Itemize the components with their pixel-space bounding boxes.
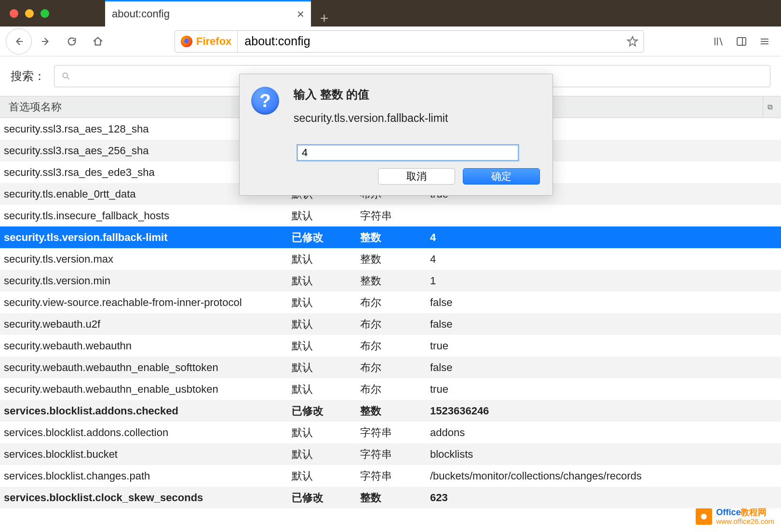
pref-status: 已修改 [292,404,360,418]
pref-type: 字符串 [360,469,430,483]
pref-value: 4 [430,231,781,244]
identity-box[interactable]: Firefox [175,31,238,52]
pref-row[interactable]: services.blocklist.addons.checked已修改整数15… [0,400,781,422]
pref-status: 默认 [292,382,360,397]
watermark-logo-icon [696,508,712,525]
pref-row[interactable]: security.webauth.webauthn_enable_softtok… [0,357,781,378]
back-button[interactable] [6,28,32,54]
sidebar-button[interactable] [731,31,752,52]
dialog-message: security.tls.version.fallback-limit [294,112,541,125]
pref-row[interactable]: security.webauth.u2f默认布尔false [0,313,781,335]
watermark-line1: Office教程网 [716,508,774,518]
dialog-text: 输入 整数 的值 security.tls.version.fallback-l… [294,87,541,125]
forward-button[interactable] [34,29,58,53]
pref-name: services.blocklist.bucket [0,448,292,461]
ok-button[interactable]: 确定 [463,168,540,185]
pref-name: security.webauth.webauthn [0,340,292,352]
pref-value: addons [430,426,781,439]
navigation-toolbar: Firefox [0,27,781,56]
pref-row[interactable]: security.view-source.reachable-from-inne… [0,292,781,313]
pref-row[interactable]: services.blocklist.changes.path默认字符串/buc… [0,465,781,487]
pref-name: security.webauth.u2f [0,318,292,331]
pref-status: 默认 [292,317,360,332]
star-icon [627,36,638,47]
pref-status: 默认 [292,252,360,266]
pref-type: 整数 [360,252,430,266]
minimize-window-button[interactable] [25,9,34,18]
pref-type: 整数 [360,491,430,505]
address-bar[interactable]: Firefox [175,30,644,53]
pref-name: security.view-source.reachable-from-inne… [0,296,292,309]
pref-name: services.blocklist.clock_skew_seconds [0,492,292,504]
tab-strip: about:config × + [105,0,781,27]
pref-row[interactable]: services.blocklist.bucket默认字符串blocklists [0,443,781,465]
pref-value: false [430,318,781,331]
dialog-value-input[interactable] [296,144,519,161]
cancel-button[interactable]: 取消 [378,168,455,185]
toolbar-right [708,31,775,52]
pref-row[interactable]: security.webauth.webauthn_enable_usbtoke… [0,378,781,400]
pref-row[interactable]: security.tls.version.min默认整数1 [0,270,781,292]
pref-status: 默认 [292,469,360,483]
reload-button[interactable] [60,29,84,53]
pref-value: blocklists [430,448,781,461]
pref-value: 623 [430,492,781,504]
pref-status: 默认 [292,426,360,440]
pref-row[interactable]: security.webauth.webauthn默认布尔true [0,335,781,357]
library-icon [713,36,724,47]
pref-row[interactable]: security.tls.version.max默认整数4 [0,248,781,270]
zoom-window-button[interactable] [40,9,49,18]
pref-value: false [430,361,781,374]
pref-status: 默认 [292,295,360,310]
pref-name: services.blocklist.changes.path [0,470,292,482]
pref-value: 1 [430,275,781,287]
tab-title: about:config [112,8,170,20]
pref-row[interactable]: services.blocklist.addons.collection默认字符… [0,422,781,443]
pref-row[interactable]: security.tls.version.fallback-limit已修改整数… [0,226,781,248]
column-picker-icon[interactable]: ⧉ [763,96,777,118]
identity-label: Firefox [196,35,231,48]
arrow-left-icon [13,36,24,47]
pref-type: 布尔 [360,360,430,375]
pref-value: false [430,296,781,309]
close-tab-icon[interactable]: × [297,7,304,22]
bookmark-star-button[interactable] [621,36,644,47]
dialog-buttons: 取消 确定 [240,161,552,195]
window-controls [0,0,105,27]
search-label: 搜索： [11,68,45,84]
pref-type: 整数 [360,404,430,418]
column-header-name[interactable]: 首选项名称 [9,100,62,114]
pref-type: 布尔 [360,317,430,332]
url-input[interactable] [238,34,621,48]
pref-row[interactable]: services.blocklist.clock_skew_seconds已修改… [0,487,781,508]
pref-name: services.blocklist.addons.checked [0,405,292,417]
pref-value: true [430,383,781,396]
pref-row[interactable]: security.tls.insecure_fallback_hosts默认字符… [0,205,781,226]
new-tab-button[interactable]: + [311,10,337,27]
pref-value: 4 [430,253,781,266]
search-icon [61,71,71,81]
browser-tab-active[interactable]: about:config × [105,0,311,27]
pref-status: 默认 [292,447,360,462]
pref-name: security.webauth.webauthn_enable_softtok… [0,361,292,374]
pref-name: security.tls.version.fallback-limit [0,231,292,244]
close-window-button[interactable] [10,9,18,18]
pref-type: 整数 [360,230,430,245]
svg-rect-0 [737,38,746,45]
pref-name: security.tls.version.max [0,253,292,266]
library-button[interactable] [708,31,729,52]
pref-type: 布尔 [360,339,430,353]
pref-type: 字符串 [360,426,430,440]
pref-type: 字符串 [360,209,430,223]
home-button[interactable] [86,29,110,53]
pref-type: 整数 [360,274,430,288]
pref-status: 默认 [292,209,360,223]
svg-point-1 [63,73,67,78]
pref-name: security.tls.version.min [0,275,292,287]
pref-name: security.webauth.webauthn_enable_usbtoke… [0,383,292,396]
pref-status: 默认 [292,360,360,375]
window-titlebar: about:config × + [0,0,781,27]
pref-name: security.tls.insecure_fallback_hosts [0,210,292,222]
app-menu-button[interactable] [754,31,775,52]
pref-status: 默认 [292,339,360,353]
